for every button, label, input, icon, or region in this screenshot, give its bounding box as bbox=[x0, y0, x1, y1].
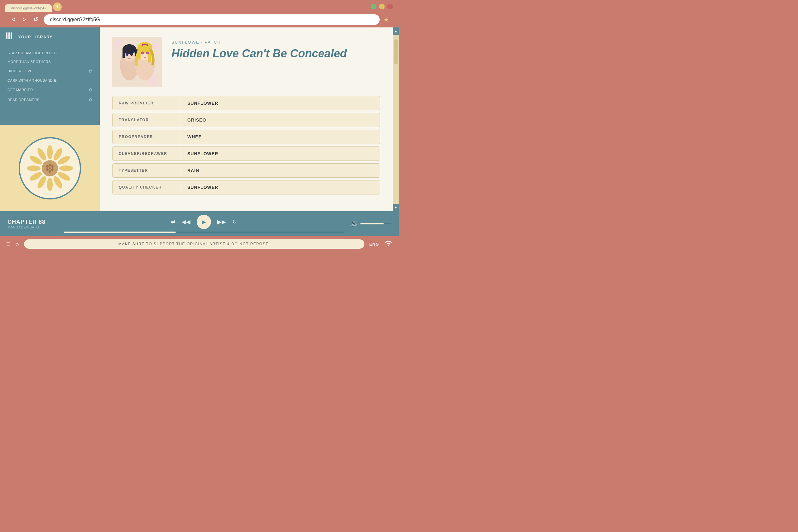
language-label: ENG bbox=[369, 242, 379, 247]
manga-cover bbox=[112, 37, 162, 87]
scroll-up-button[interactable]: ▲ bbox=[393, 27, 399, 35]
credit-value: WHEE bbox=[181, 130, 208, 144]
credit-row-cleaner: CLEANER/REDRAWER SUNFLOWER bbox=[112, 147, 380, 161]
sidebar-logo-area bbox=[0, 125, 100, 211]
window-controls bbox=[371, 4, 393, 10]
svg-point-22 bbox=[49, 167, 51, 169]
svg-point-19 bbox=[49, 170, 51, 173]
scroll-down-button[interactable]: ▼ bbox=[393, 204, 399, 211]
credits-table: RAW PROVIDER SUNFLOWER TRANSLATOR GRISEO… bbox=[112, 96, 380, 194]
manga-info: SUNFLOWER PATCH Hidden Love Can't Be Con… bbox=[171, 37, 380, 87]
browser-chrome: discord.gg/erG2zffq5G + < > ↺ ★ bbox=[0, 0, 399, 27]
refresh-button[interactable]: ↺ bbox=[32, 16, 40, 24]
favorite-icon: ✿ bbox=[89, 97, 93, 102]
library-icon bbox=[6, 33, 14, 41]
svg-point-9 bbox=[47, 178, 53, 191]
next-button[interactable]: ▶▶ bbox=[217, 218, 226, 225]
player-chapter-info: CHAPTER 88 MANGADEX/BATO bbox=[7, 219, 57, 229]
svg-point-20 bbox=[46, 168, 49, 171]
maximize-button[interactable] bbox=[379, 4, 385, 10]
credit-value: GRISEO bbox=[181, 113, 212, 127]
scroll-thumb[interactable] bbox=[394, 39, 398, 64]
credit-label: TRANSLATOR bbox=[113, 113, 181, 127]
credit-label: CLEANER/REDRAWER bbox=[113, 147, 181, 160]
sidebar-item-get-married[interactable]: GET MARRIED ✿ bbox=[0, 85, 100, 95]
back-button[interactable]: < bbox=[10, 16, 17, 24]
main-layout: YOUR LIBRARY STAR DREAM IDOL PROJECT MOR… bbox=[0, 27, 399, 211]
credit-value: SUNFLOWER bbox=[181, 96, 225, 110]
minimize-button[interactable] bbox=[371, 4, 377, 10]
search-button[interactable]: ⌕ bbox=[15, 241, 19, 248]
address-bar[interactable] bbox=[44, 14, 380, 25]
progress-fill bbox=[63, 231, 176, 233]
sidebar-item-label: DEAR DREAMERS bbox=[7, 98, 89, 101]
credit-row-translator: TRANSLATOR GRISEO bbox=[112, 113, 380, 127]
credit-row-quality-checker: QUALITY CHECKER SUNFLOWER bbox=[112, 180, 380, 194]
sunflower-logo bbox=[19, 137, 81, 200]
play-button[interactable]: ▶ bbox=[197, 215, 211, 229]
player-bar: CHAPTER 88 MANGADEX/BATO ⇌ ◀◀ ▶ ▶▶ ↻ 🔊 bbox=[0, 211, 399, 236]
svg-point-40 bbox=[146, 52, 149, 55]
manga-title: Hidden Love Can't Be Concealed bbox=[171, 47, 380, 60]
credit-value: RAIN bbox=[181, 164, 205, 177]
sidebar-title: YOUR LIBRARY bbox=[18, 35, 52, 39]
svg-point-3 bbox=[47, 145, 53, 159]
tab-label: discord.gg/erG2zffq5G bbox=[11, 6, 45, 10]
credit-row-typesetter: TYPESETTER RAIN bbox=[112, 163, 380, 178]
svg-point-39 bbox=[141, 52, 144, 55]
manga-cover-image bbox=[112, 37, 162, 87]
credit-value: SUNFLOWER bbox=[181, 180, 225, 194]
volume-area: 🔊 bbox=[350, 220, 392, 227]
tab-bar: discord.gg/erG2zffq5G + bbox=[5, 2, 394, 12]
svg-rect-2 bbox=[11, 33, 12, 39]
status-bar: ≡ ⌕ MAKE SURE TO SUPPORT THE ORIGINAL AR… bbox=[0, 236, 399, 252]
sidebar-item-hidden-love[interactable]: HIDDEN LOVE ✿ bbox=[0, 66, 100, 76]
sidebar-item-more-than-brothers[interactable]: MORE THAN BROTHERS bbox=[0, 57, 100, 66]
credit-row-raw-provider: RAW PROVIDER SUNFLOWER bbox=[112, 96, 380, 110]
sidebar-item-label: GET MARRIED bbox=[7, 88, 89, 92]
svg-rect-0 bbox=[6, 33, 7, 39]
active-tab[interactable]: discord.gg/erG2zffq5G bbox=[5, 4, 52, 12]
credit-label: TYPESETTER bbox=[113, 164, 181, 177]
sidebar-item-carp[interactable]: CARP WITH A THOUSAND E... bbox=[0, 76, 100, 85]
favorite-icon: ✿ bbox=[89, 69, 93, 74]
svg-point-18 bbox=[51, 168, 54, 171]
repeat-button[interactable]: ↻ bbox=[232, 218, 237, 225]
previous-button[interactable]: ◀◀ bbox=[182, 218, 190, 225]
volume-bar[interactable] bbox=[360, 223, 392, 224]
menu-button[interactable]: ≡ bbox=[6, 240, 10, 248]
sidebar-item-label: HIDDEN LOVE bbox=[7, 69, 89, 73]
sidebar-item-label: CARP WITH A THOUSAND E... bbox=[7, 78, 92, 82]
svg-point-24 bbox=[114, 38, 123, 48]
bookmark-button[interactable]: ★ bbox=[383, 16, 389, 23]
player-controls: ⇌ ◀◀ ▶ ▶▶ ↻ bbox=[63, 215, 344, 233]
volume-icon: 🔊 bbox=[350, 220, 357, 227]
shuffle-button[interactable]: ⇌ bbox=[171, 218, 175, 225]
manga-publisher: SUNFLOWER PATCH bbox=[171, 40, 380, 44]
new-tab-button[interactable]: + bbox=[53, 2, 62, 11]
sidebar-item-dear-dreamers[interactable]: DEAR DREAMERS ✿ bbox=[0, 95, 100, 105]
forward-button[interactable]: > bbox=[21, 16, 28, 24]
sidebar-item-star-dream[interactable]: STAR DREAM IDOL PROJECT bbox=[0, 49, 100, 57]
progress-bar[interactable] bbox=[63, 231, 344, 233]
nav-bar: < > ↺ ★ bbox=[5, 12, 394, 27]
close-button[interactable] bbox=[387, 4, 393, 10]
svg-point-32 bbox=[126, 53, 129, 56]
sidebar-item-label: STAR DREAM IDOL PROJECT bbox=[7, 51, 92, 55]
svg-point-33 bbox=[130, 53, 133, 56]
manga-header: SUNFLOWER PATCH Hidden Love Can't Be Con… bbox=[112, 37, 380, 87]
scroll-track[interactable] bbox=[394, 36, 398, 203]
volume-fill bbox=[360, 223, 384, 224]
favorite-icon: ✿ bbox=[89, 87, 93, 92]
svg-point-17 bbox=[51, 165, 54, 168]
svg-point-21 bbox=[46, 165, 49, 168]
status-message: MAKE SURE TO SUPPORT THE ORIGINAL ARTIST… bbox=[24, 239, 364, 249]
sidebar-item-label: MORE THAN BROTHERS bbox=[7, 60, 92, 63]
player-buttons: ⇌ ◀◀ ▶ ▶▶ ↻ bbox=[171, 215, 237, 229]
credit-value: SUNFLOWER bbox=[181, 147, 225, 160]
credit-label: QUALITY CHECKER bbox=[113, 181, 181, 194]
credit-label: RAW PROVIDER bbox=[113, 97, 181, 110]
content-area: SUNFLOWER PATCH Hidden Love Can't Be Con… bbox=[100, 27, 393, 211]
wifi-icon bbox=[384, 240, 393, 248]
chapter-source: MANGADEX/BATO bbox=[7, 225, 57, 229]
